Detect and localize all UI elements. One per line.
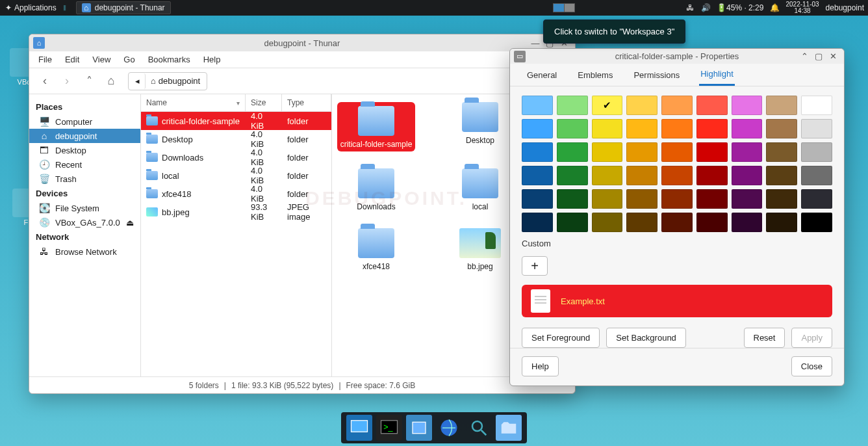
color-swatch[interactable]: [732, 189, 763, 209]
color-swatch[interactable]: [522, 119, 553, 138]
notification-tray-icon[interactable]: 🔔: [770, 3, 779, 12]
color-swatch[interactable]: [696, 96, 728, 115]
add-custom-color-button[interactable]: +: [522, 256, 548, 276]
color-swatch[interactable]: [626, 142, 657, 162]
color-swatch[interactable]: [801, 142, 832, 162]
applications-menu[interactable]: Applications: [14, 3, 57, 12]
set-background-button[interactable]: Set Background: [606, 328, 686, 348]
nav-forward-button[interactable]: ›: [59, 73, 75, 89]
dock-terminal[interactable]: >_: [376, 415, 402, 441]
color-swatch[interactable]: [557, 96, 588, 115]
workspace-pager[interactable]: [553, 3, 575, 12]
grid-item[interactable]: xfce418: [337, 228, 415, 271]
color-swatch[interactable]: [766, 166, 797, 185]
grid-item[interactable]: bb.jpeg: [441, 228, 519, 271]
color-swatch[interactable]: [661, 96, 693, 115]
apply-button[interactable]: Apply: [791, 328, 832, 348]
dock-appfinder[interactable]: [466, 415, 492, 441]
color-swatch[interactable]: [661, 189, 693, 209]
eject-icon[interactable]: ⏏: [126, 218, 134, 228]
color-swatch[interactable]: [766, 119, 797, 138]
sidebar-item-vbox-gas-7-0-0[interactable]: 💿VBox_GAs_7.0.0⏏: [29, 215, 140, 230]
props-maximize-button[interactable]: ▢: [814, 51, 823, 61]
color-swatch[interactable]: [522, 213, 553, 232]
color-swatch[interactable]: [766, 142, 797, 162]
color-swatch[interactable]: [801, 96, 832, 115]
workspace-1[interactable]: [554, 4, 564, 12]
menu-help[interactable]: Help: [203, 55, 221, 64]
sidebar-item-debugpoint[interactable]: ⌂debugpoint: [29, 129, 140, 143]
color-swatch[interactable]: [696, 166, 728, 185]
color-swatch[interactable]: [766, 213, 797, 232]
color-swatch[interactable]: [696, 213, 728, 232]
minimize-button[interactable]: —: [531, 38, 540, 48]
list-row[interactable]: local4.0 KiBfolder: [141, 166, 331, 185]
set-foreground-button[interactable]: Set Foreground: [522, 328, 600, 348]
pathbar-segment-home[interactable]: ⌂ debugpoint: [146, 73, 205, 89]
clock-date[interactable]: 2022-11-03 14:38: [785, 1, 819, 14]
menu-go[interactable]: Go: [123, 55, 134, 64]
grid-item[interactable]: Desktop: [441, 102, 519, 151]
grid-item[interactable]: local: [441, 168, 519, 211]
grid-item[interactable]: critical-folder-sample: [337, 102, 415, 151]
props-titlebar[interactable]: ▭ critical-folder-sample - Properties ⌃ …: [510, 49, 844, 64]
menu-view[interactable]: View: [92, 55, 110, 64]
list-row[interactable]: bb.jpeg93.3 KiBJPEG image: [141, 203, 331, 221]
color-swatch[interactable]: [557, 166, 588, 185]
color-swatch[interactable]: [522, 96, 553, 115]
color-swatch[interactable]: [801, 213, 832, 232]
tab-general[interactable]: General: [526, 65, 558, 85]
tab-highlight[interactable]: Highlight: [699, 64, 735, 86]
color-swatch[interactable]: [661, 213, 693, 232]
color-swatch[interactable]: [696, 119, 728, 138]
props-minimize-button[interactable]: ⌃: [800, 51, 809, 61]
network-tray-icon[interactable]: 🖧: [685, 3, 695, 12]
color-swatch[interactable]: [626, 119, 657, 138]
list-row[interactable]: Downloads4.0 KiBfolder: [141, 148, 331, 166]
workspace-2[interactable]: [564, 4, 574, 12]
volume-tray-icon[interactable]: 🔊: [701, 3, 710, 12]
dock-browser[interactable]: [436, 415, 462, 441]
panel-user[interactable]: debugpoint: [826, 3, 864, 12]
nav-up-button[interactable]: ˄: [81, 73, 97, 89]
tab-permissions[interactable]: Permissions: [632, 65, 681, 85]
color-swatch[interactable]: [557, 213, 588, 232]
sidebar-item-desktop[interactable]: 🗔Desktop: [29, 143, 140, 157]
color-swatch[interactable]: [801, 189, 832, 209]
color-swatch[interactable]: [626, 96, 657, 115]
color-swatch[interactable]: [522, 166, 553, 185]
col-header-name[interactable]: Name▾: [141, 94, 246, 111]
menu-edit[interactable]: Edit: [65, 55, 79, 64]
color-swatch[interactable]: [801, 119, 832, 138]
color-swatch[interactable]: [801, 166, 832, 185]
nav-back-button[interactable]: ‹: [37, 73, 53, 89]
color-swatch[interactable]: [557, 142, 588, 162]
color-swatch[interactable]: [732, 213, 763, 232]
color-swatch[interactable]: [732, 119, 763, 138]
color-swatch[interactable]: [592, 213, 623, 232]
color-swatch[interactable]: [696, 189, 728, 209]
xfce-logo-icon[interactable]: ✦: [4, 3, 13, 12]
sidebar-item-recent[interactable]: 🕘Recent: [29, 157, 140, 172]
color-swatch[interactable]: [592, 189, 623, 209]
color-swatch[interactable]: [732, 142, 763, 162]
sidebar-item-computer[interactable]: 🖥️Computer: [29, 114, 140, 129]
thunar-titlebar[interactable]: ⌂ debugpoint - Thunar — ▢ ✕: [29, 34, 575, 51]
color-swatch[interactable]: [732, 96, 763, 115]
sidebar-item-file-system[interactable]: 💽File System: [29, 201, 140, 215]
dock-files[interactable]: [406, 415, 432, 441]
color-swatch[interactable]: [557, 189, 588, 209]
color-swatch[interactable]: [592, 142, 623, 162]
close-dialog-button[interactable]: Close: [791, 356, 832, 376]
taskbar-thunar[interactable]: ⌂ debugpoint - Thunar: [76, 1, 171, 14]
menu-file[interactable]: File: [38, 55, 52, 64]
color-swatch[interactable]: [592, 96, 623, 115]
menu-bookmarks[interactable]: Bookmarks: [148, 55, 190, 64]
color-swatch[interactable]: [522, 142, 553, 162]
color-swatch[interactable]: [626, 189, 657, 209]
sidebar-item-browse-network[interactable]: 🖧Browse Network: [29, 244, 140, 259]
list-row[interactable]: critical-folder-sample4.0 KiBfolder: [141, 112, 331, 130]
list-row[interactable]: Desktop4.0 KiBfolder: [141, 130, 331, 148]
color-swatch[interactable]: [766, 189, 797, 209]
sidebar-item-trash[interactable]: 🗑️Trash: [29, 172, 140, 186]
